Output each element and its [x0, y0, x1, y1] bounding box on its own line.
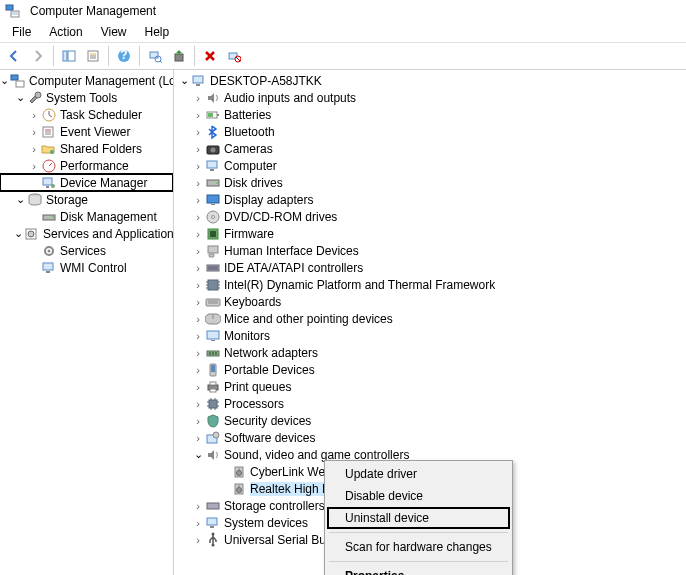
expand-icon[interactable]	[192, 109, 204, 121]
device-category[interactable]: Human Interface Devices	[174, 242, 686, 259]
right-tree-pane[interactable]: DESKTOP-A58JTKK Audio inputs and outputs…	[174, 70, 686, 575]
device-category[interactable]: Keyboards	[174, 293, 686, 310]
device-category[interactable]: Processors	[174, 395, 686, 412]
svg-rect-39	[193, 76, 203, 83]
ctx-properties[interactable]: Properties	[327, 565, 510, 575]
device-category[interactable]: Computer	[174, 157, 686, 174]
expand-icon[interactable]	[192, 279, 204, 291]
expand-icon[interactable]	[192, 432, 204, 444]
expand-icon[interactable]	[192, 500, 204, 512]
tree-node-storage[interactable]: Storage	[0, 191, 173, 208]
tree-node-services[interactable]: Services	[0, 242, 173, 259]
expand-icon[interactable]	[192, 448, 204, 461]
svg-rect-37	[43, 263, 53, 270]
scan-hardware-button[interactable]	[144, 45, 166, 67]
disable-button[interactable]	[223, 45, 245, 67]
expand-icon[interactable]	[0, 74, 9, 87]
svg-point-29	[51, 184, 55, 188]
device-category[interactable]: Mice and other pointing devices	[174, 310, 686, 327]
expand-icon[interactable]	[192, 313, 204, 325]
camera-icon	[205, 141, 221, 157]
tree-node-wmi-control[interactable]: WMI Control	[0, 259, 173, 276]
tree-node-root[interactable]: Computer Management (Local	[0, 72, 173, 89]
expand-icon[interactable]	[192, 194, 204, 206]
performance-icon	[41, 158, 57, 174]
tree-node-disk-management[interactable]: Disk Management	[0, 208, 173, 225]
system-icon	[205, 515, 221, 531]
expand-icon[interactable]	[192, 534, 204, 546]
update-driver-button[interactable]	[168, 45, 190, 67]
expand-icon[interactable]	[192, 211, 204, 223]
device-category[interactable]: Print queues	[174, 378, 686, 395]
ctx-update-driver[interactable]: Update driver	[327, 463, 510, 485]
forward-button[interactable]	[27, 45, 49, 67]
device-category[interactable]: Security devices	[174, 412, 686, 429]
expand-icon[interactable]	[14, 91, 26, 104]
expand-icon[interactable]	[192, 347, 204, 359]
expand-icon[interactable]	[28, 109, 40, 121]
properties-button[interactable]	[82, 45, 104, 67]
tree-node-device-manager[interactable]: Device Manager	[0, 174, 173, 191]
help-button[interactable]: ?	[113, 45, 135, 67]
expand-icon[interactable]	[192, 126, 204, 138]
toolbar-separator	[108, 46, 109, 66]
device-category[interactable]: DVD/CD-ROM drives	[174, 208, 686, 225]
expand-icon[interactable]	[192, 245, 204, 257]
back-button[interactable]	[3, 45, 25, 67]
device-category[interactable]: Display adapters	[174, 191, 686, 208]
uninstall-button[interactable]	[199, 45, 221, 67]
expand-icon[interactable]	[28, 143, 40, 155]
tree-label: Disk drives	[224, 176, 283, 190]
expand-icon[interactable]	[192, 92, 204, 104]
device-category[interactable]: Firmware	[174, 225, 686, 242]
svg-rect-50	[207, 195, 219, 203]
computer-icon	[205, 158, 221, 174]
expand-icon[interactable]	[28, 160, 40, 172]
tree-node-system-tools[interactable]: System Tools	[0, 89, 173, 106]
show-hide-tree-button[interactable]	[58, 45, 80, 67]
device-category[interactable]: Network adapters	[174, 344, 686, 361]
ctx-scan-hardware[interactable]: Scan for hardware changes	[327, 536, 510, 558]
expand-icon[interactable]	[192, 517, 204, 529]
expand-icon[interactable]	[192, 330, 204, 342]
tree-node-event-viewer[interactable]: Event Viewer	[0, 123, 173, 140]
left-tree-pane[interactable]: Computer Management (Local System Tools …	[0, 70, 174, 575]
ctx-disable-device[interactable]: Disable device	[327, 485, 510, 507]
expand-icon[interactable]	[192, 262, 204, 274]
expand-icon[interactable]	[192, 143, 204, 155]
expand-icon[interactable]	[192, 364, 204, 376]
expand-icon[interactable]	[192, 415, 204, 427]
device-category[interactable]: IDE ATA/ATAPI controllers	[174, 259, 686, 276]
device-category[interactable]: Monitors	[174, 327, 686, 344]
expand-icon[interactable]	[178, 74, 190, 87]
device-category[interactable]: Bluetooth	[174, 123, 686, 140]
menu-file[interactable]: File	[4, 23, 39, 41]
expand-icon[interactable]	[192, 228, 204, 240]
menu-view[interactable]: View	[93, 23, 135, 41]
device-category[interactable]: Software devices	[174, 429, 686, 446]
menu-help[interactable]: Help	[137, 23, 178, 41]
device-category[interactable]: Intel(R) Dynamic Platform and Thermal Fr…	[174, 276, 686, 293]
device-category[interactable]: Cameras	[174, 140, 686, 157]
device-category[interactable]: Audio inputs and outputs	[174, 89, 686, 106]
tree-node-shared-folders[interactable]: Shared Folders	[0, 140, 173, 157]
expand-icon[interactable]	[192, 160, 204, 172]
tree-node-services-apps[interactable]: Services and Applications	[0, 225, 173, 242]
menu-action[interactable]: Action	[41, 23, 90, 41]
expand-icon[interactable]	[192, 296, 204, 308]
device-category[interactable]: Disk drives	[174, 174, 686, 191]
expand-icon[interactable]	[192, 381, 204, 393]
expand-icon[interactable]	[28, 126, 40, 138]
expand-icon[interactable]	[14, 193, 26, 206]
device-category[interactable]: Portable Devices	[174, 361, 686, 378]
expand-icon[interactable]	[192, 177, 204, 189]
expand-icon[interactable]	[192, 398, 204, 410]
ctx-uninstall-device[interactable]: Uninstall device	[327, 507, 510, 529]
svg-rect-28	[46, 186, 49, 188]
svg-line-13	[160, 61, 162, 63]
device-category[interactable]: Batteries	[174, 106, 686, 123]
tree-node-task-scheduler[interactable]: Task Scheduler	[0, 106, 173, 123]
tree-node-performance[interactable]: Performance	[0, 157, 173, 174]
device-root[interactable]: DESKTOP-A58JTKK	[174, 72, 686, 89]
expand-icon[interactable]	[14, 227, 23, 240]
